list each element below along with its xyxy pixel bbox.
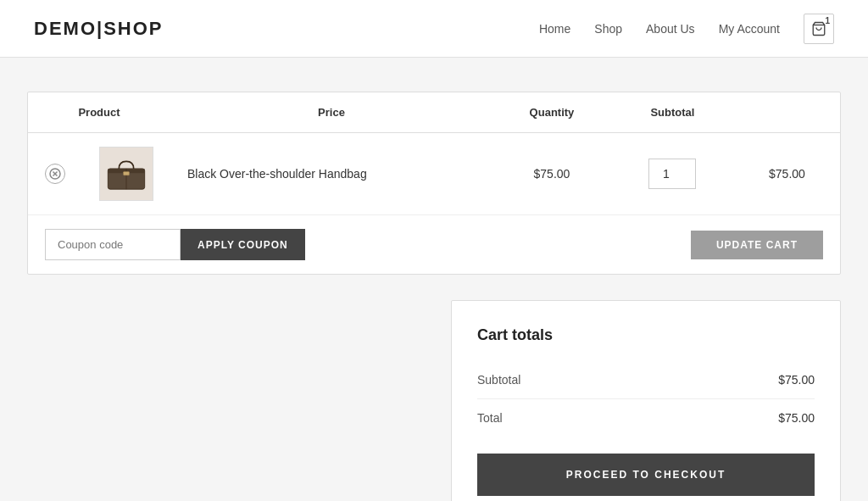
cart-table: Product Price Quantity Subtotal	[28, 92, 840, 215]
logo-shop: SHOP	[103, 18, 163, 39]
product-price: $75.00	[534, 167, 570, 181]
cart-button[interactable]: 1	[804, 14, 834, 44]
update-cart-button[interactable]: UPDATE CART	[691, 231, 823, 259]
main-nav: Home Shop About Us My Account 1	[539, 14, 834, 44]
cart-icon	[811, 21, 826, 36]
col-header-product: Product	[28, 92, 170, 133]
proceed-to-checkout-button[interactable]: PROCEED TO CHECKOUT	[477, 454, 815, 496]
cart-totals: Cart totals Subtotal $75.00 Total $75.00…	[451, 300, 841, 501]
product-name: Black Over-the-shoulder Handbag	[187, 167, 367, 181]
coupon-input[interactable]	[45, 229, 181, 260]
coupon-area: APPLY COUPON	[45, 229, 305, 260]
total-value: $75.00	[778, 411, 815, 425]
total-label: Total	[477, 411, 503, 425]
nav-shop[interactable]: Shop	[594, 22, 622, 36]
cart-actions: APPLY COUPON UPDATE CART	[28, 215, 840, 274]
cart-table-wrapper: Product Price Quantity Subtotal	[27, 92, 841, 275]
logo-demo: DEMO	[34, 18, 97, 39]
nav-home[interactable]: Home	[539, 22, 570, 36]
product-subtotal: $75.00	[769, 167, 805, 181]
cart-count: 1	[825, 16, 830, 25]
quantity-input[interactable]	[648, 159, 696, 189]
site-header: DEMO|SHOP Home Shop About Us My Account …	[0, 0, 868, 58]
col-header-quantity: Quantity	[492, 92, 611, 133]
total-row: Total $75.00	[477, 399, 815, 437]
apply-coupon-button[interactable]: APPLY COUPON	[181, 229, 305, 260]
remove-icon	[49, 168, 61, 180]
remove-item-button[interactable]	[45, 164, 65, 184]
table-row: Black Over-the-shoulder Handbag $75.00 $…	[28, 133, 840, 215]
main-content: Product Price Quantity Subtotal	[10, 92, 858, 501]
svg-rect-7	[124, 171, 130, 175]
subtotal-row: Subtotal $75.00	[477, 361, 815, 399]
col-header-price: Price	[170, 92, 492, 133]
product-image	[99, 147, 153, 201]
cart-totals-title: Cart totals	[477, 326, 815, 344]
logo-separator: |	[97, 18, 103, 39]
subtotal-value: $75.00	[778, 373, 815, 387]
site-logo[interactable]: DEMO|SHOP	[34, 18, 164, 40]
col-header-subtotal: Subtotal	[611, 92, 734, 133]
subtotal-label: Subtotal	[477, 373, 520, 387]
nav-account[interactable]: My Account	[719, 22, 780, 36]
nav-about[interactable]: About Us	[646, 22, 695, 36]
